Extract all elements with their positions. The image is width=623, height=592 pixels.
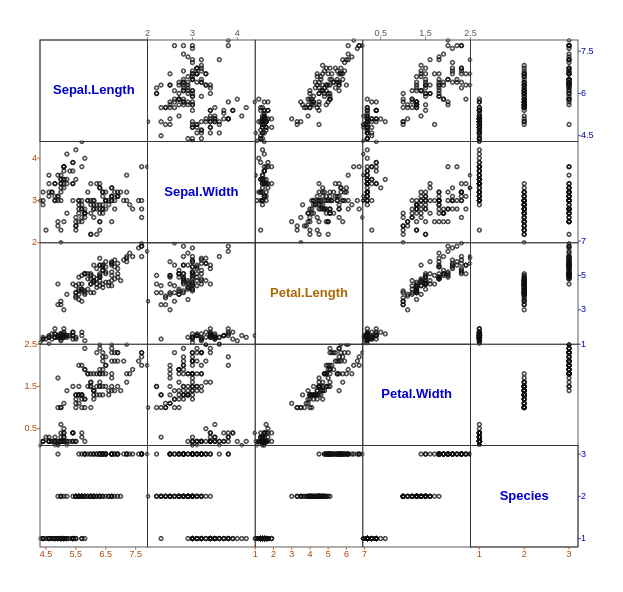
- scatter-matrix-canvas: [0, 0, 623, 592]
- pairs-plot: [0, 0, 623, 592]
